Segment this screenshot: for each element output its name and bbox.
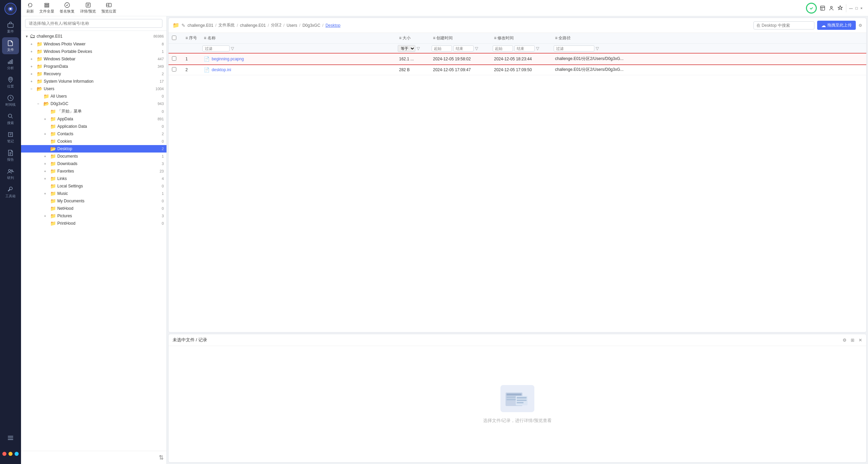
preview-title: 未选中文件 / 记录 (173, 337, 207, 343)
tree-item-windows-photo-viewer[interactable]: + 📁 Windows Photo Viewer 8 (21, 40, 166, 48)
dot-blue[interactable] (15, 452, 19, 456)
row-2-name[interactable]: 📄 desktop.ini (200, 64, 396, 75)
show-all-button[interactable]: 文件全显 (39, 2, 54, 14)
preview-pos-button[interactable]: 预览位置 (101, 2, 116, 14)
tree-item-windows-portable-devices[interactable]: + 📁 Windows Portable Devices 1 (21, 48, 166, 55)
tree-item-documents[interactable]: + 📁 Documents 1 (21, 153, 166, 160)
tree-item-all-users[interactable]: 📁 All Users 0 (21, 93, 166, 100)
sign-restore-button[interactable]: 签名恢复 (60, 2, 75, 14)
breadcrumb-part-6[interactable]: Desktop (326, 23, 340, 28)
name-filter-input[interactable] (202, 45, 230, 52)
filter-icon[interactable]: ▽ (231, 46, 234, 51)
tree-item-printhood[interactable]: 📁 PrintHood 0 (21, 220, 166, 227)
refresh-button[interactable]: 刷新 (26, 2, 34, 14)
modified-end-input[interactable] (514, 45, 535, 52)
table-row[interactable]: 1 📄 beginning.pcapng 162.1 ... 2024-12-0… (169, 54, 866, 64)
path-filter-input[interactable] (554, 45, 594, 52)
close-button[interactable]: × (861, 6, 863, 10)
sidebar-item-cases[interactable]: 案件 (2, 19, 19, 36)
preview-settings-btn[interactable]: ⚙ (843, 338, 847, 343)
tree-item-users[interactable]: − 📂 Users 1004 (21, 85, 166, 93)
sidebar-item-research[interactable]: 研判 (2, 165, 19, 182)
root-toggle[interactable]: ▼ (25, 35, 30, 38)
tree-item-d0g3xgc[interactable]: − 📂 D0g3xGC 943 (21, 100, 166, 107)
row-2-checkbox[interactable] (169, 64, 182, 75)
select-all-checkbox[interactable] (172, 36, 176, 40)
created-filter-icon[interactable]: ▽ (475, 46, 478, 51)
toolbar: 刷新 文件全显 签名恢复 详情/预览 预览位置 (21, 0, 868, 16)
sidebar-item-tools[interactable]: 工具箱 (2, 184, 19, 201)
svg-rect-12 (8, 438, 13, 438)
dot-red[interactable] (2, 452, 6, 456)
tree-item-pictures[interactable]: + 📁 Pictures 3 (21, 212, 166, 220)
sidebar-item-location[interactable]: 位置 (2, 74, 19, 91)
tree-item-desktop[interactable]: 📂 Desktop 2 (21, 145, 166, 153)
path-filter-icon[interactable]: ▽ (596, 46, 599, 51)
tree-item-nethood[interactable]: 📁 NetHood 0 (21, 205, 166, 212)
tree-item-links[interactable]: + 📁 Links 4 (21, 175, 166, 182)
sidebar-item-report[interactable]: 报告 (2, 147, 19, 164)
maximize-button[interactable]: □ (855, 6, 858, 10)
tree-item-my-documents[interactable]: 📁 My Documents 0 (21, 197, 166, 205)
col-size-header[interactable]: ≡ 大小 (396, 33, 430, 44)
user-button[interactable] (828, 5, 834, 11)
sidebar-item-analysis[interactable]: 分析 (2, 56, 19, 73)
created-start-input[interactable] (432, 45, 452, 52)
minimize-button[interactable]: — (849, 6, 853, 10)
tree-item-programdata[interactable]: + 📁 ProgramData 349 (21, 63, 166, 70)
col-seq-header[interactable]: ≡ 序号 (182, 33, 200, 44)
sidebar-item-search[interactable]: 搜索 (2, 110, 19, 127)
settings-icon[interactable]: ⚙ (859, 23, 862, 28)
breadcrumb-part-2[interactable]: challenge.E01 (240, 23, 266, 28)
search-input[interactable] (753, 21, 814, 29)
col-name-header[interactable]: ≡ 名称 (200, 33, 396, 44)
sidebar-item-timeline[interactable]: 时间线 (2, 92, 19, 109)
size-filter-icon[interactable]: ▽ (417, 46, 420, 51)
size-op-select[interactable]: 等于 大于 小于 (398, 45, 415, 52)
file-link-beginning[interactable]: beginning.pcapng (212, 57, 244, 61)
breadcrumb-part-3[interactable]: 分区2 (271, 22, 281, 28)
table-row[interactable]: 2 📄 desktop.ini 282 B 2024-12-05 17:09:4… (169, 64, 866, 75)
modified-start-input[interactable] (493, 45, 513, 52)
tree-item-windows-sidebar[interactable]: + 📁 Windows Sidebar 447 (21, 55, 166, 63)
dot-yellow[interactable] (8, 452, 13, 456)
sidebar-item-notes[interactable]: 笔记 (2, 129, 19, 146)
row-1-name[interactable]: 📄 beginning.pcapng (200, 54, 396, 64)
preview-split-btn[interactable]: ⊞ (851, 338, 854, 343)
tree-item-appdata[interactable]: + 📁 AppData 891 (21, 115, 166, 123)
col-created-header[interactable]: ≡ 创建时间 (430, 33, 491, 44)
tree-item-recovery[interactable]: + 📁 Recovery 2 (21, 70, 166, 78)
col-path-header[interactable]: ≡ 全路径 (552, 33, 866, 44)
tree-item-downloads[interactable]: + 📁 Downloads 3 (21, 160, 166, 167)
tree-item-application-data[interactable]: 📁 Application Data 0 (21, 123, 166, 130)
pin-button[interactable] (837, 5, 843, 11)
tree-root-item[interactable]: ▼ 🗂 challenge.E01 86986 (21, 32, 166, 40)
col-modified-header[interactable]: ≡ 修改时间 (491, 33, 552, 44)
tree-item-system-volume-info[interactable]: + 📁 System Volume Information 17 (21, 78, 166, 85)
tree-search-input[interactable] (25, 19, 162, 28)
sidebar-item-menu[interactable] (2, 429, 19, 446)
row-1-checkbox[interactable] (169, 54, 182, 64)
upload-button[interactable]: ☁ 拖拽至此上传 (817, 21, 856, 30)
breadcrumb-part-5[interactable]: D0g3xGC (302, 23, 320, 28)
sidebar-label-timeline: 时间线 (5, 102, 16, 107)
created-end-input[interactable] (453, 45, 474, 52)
tree-item-local-settings[interactable]: 📁 Local Settings 0 (21, 182, 166, 190)
modified-filter-icon[interactable]: ▽ (536, 46, 539, 51)
tree-item-favorites[interactable]: + 📁 Favorites 23 (21, 167, 166, 175)
breadcrumb-part-1[interactable]: 文件系统 (218, 22, 235, 28)
tree-content: ▼ 🗂 challenge.E01 86986 + 📁 Windows Phot… (21, 31, 166, 451)
tree-add-icon[interactable]: ⇅ (159, 454, 164, 461)
sidebar-item-files[interactable]: 文件 (2, 37, 19, 54)
details-button[interactable]: 详情/预览 (80, 2, 96, 14)
file-link-desktop-ini[interactable]: desktop.ini (212, 67, 231, 72)
breadcrumb-part-0[interactable]: challenge.E01 (188, 23, 213, 28)
preview-close-btn[interactable]: ✕ (859, 338, 862, 343)
breadcrumb-part-4[interactable]: Users (287, 23, 297, 28)
tree-item-contacts[interactable]: + 📁 Contacts 2 (21, 130, 166, 138)
new-tab-button[interactable] (820, 5, 826, 11)
tree-item-start-menu[interactable]: 📁 「开始」菜单 0 (21, 107, 166, 115)
right-panel: 📁 ✎ challenge.E01 / 文件系统 / challenge.E01… (167, 16, 868, 464)
tree-item-music[interactable]: + 📁 Music 1 (21, 190, 166, 197)
tree-item-cookies[interactable]: 📁 Cookies 0 (21, 138, 166, 145)
